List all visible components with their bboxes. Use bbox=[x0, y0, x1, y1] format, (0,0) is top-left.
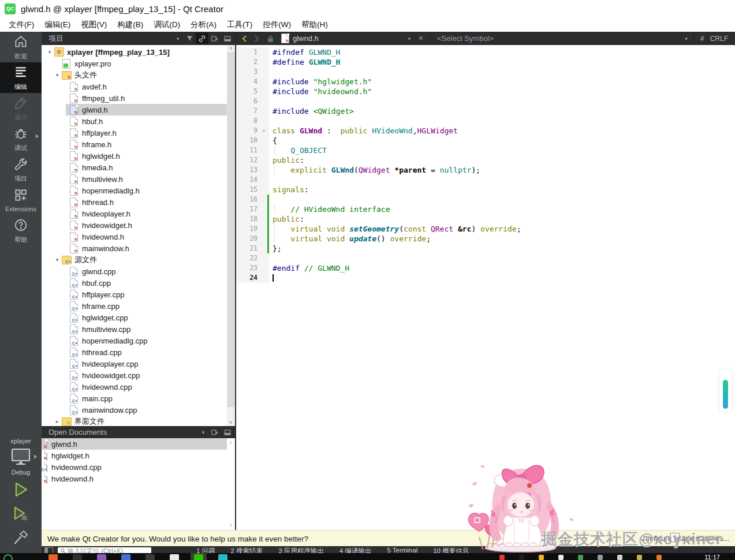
tree-expanded-icon[interactable]: ▾ bbox=[53, 257, 62, 263]
open-file-name[interactable]: glwnd.h bbox=[293, 34, 319, 43]
code-line[interactable]: 19 virtual void setGeometry(const QRect … bbox=[236, 224, 735, 234]
code-line[interactable]: 6 bbox=[236, 96, 735, 106]
taskbar-app-m-purple[interactable] bbox=[97, 554, 106, 560]
code-line[interactable]: 4#include "hglwidget.h" bbox=[236, 77, 735, 87]
tree-row[interactable]: C+hffplayer.cpp bbox=[42, 289, 227, 300]
scrollbar-thumb[interactable] bbox=[227, 53, 234, 407]
tree-row[interactable]: hhbuf.h bbox=[42, 115, 227, 127]
code-line[interactable]: 20 virtual void update() override; bbox=[236, 234, 735, 244]
tree-row[interactable]: hffmpeg_util.h bbox=[42, 92, 227, 104]
tree-row[interactable]: hhthread.h bbox=[42, 196, 227, 208]
menu-item-6[interactable]: 工具(T) bbox=[222, 18, 258, 32]
menu-item-5[interactable]: 分析(A) bbox=[185, 18, 222, 32]
tree-row[interactable]: C+hvideoplayer.cpp bbox=[42, 358, 227, 369]
tree-row[interactable]: hhvideownd.h bbox=[42, 231, 227, 242]
tray-icon-5[interactable] bbox=[598, 555, 603, 560]
menu-item-8[interactable]: 帮助(H) bbox=[296, 18, 333, 32]
code-line[interactable]: 14 bbox=[236, 175, 735, 185]
tree-row[interactable]: C+hvideowidget.cpp bbox=[42, 369, 227, 381]
tree-row[interactable]: hhopenmediadlg.h bbox=[42, 185, 227, 196]
kit-selector[interactable]: xplayer Debug bbox=[0, 438, 42, 481]
open-document-row[interactable]: C+hvideownd.cpp bbox=[42, 461, 227, 473]
code-line[interactable]: 17 // HVideoWnd interface bbox=[236, 204, 735, 214]
menu-item-4[interactable]: 调试(D) bbox=[148, 18, 185, 32]
code-line[interactable]: 11 Q_OBJECT bbox=[236, 145, 735, 155]
taskbar-app-dark[interactable] bbox=[145, 554, 155, 560]
panel-dropdown-icon[interactable]: ▾ bbox=[173, 36, 183, 42]
code-line[interactable]: 12public: bbox=[236, 155, 735, 165]
code-line[interactable]: 15signals: bbox=[236, 185, 735, 195]
tree-collapsed-icon[interactable]: ▸ bbox=[53, 419, 62, 424]
close-panel-icon[interactable] bbox=[221, 427, 234, 438]
code-line[interactable]: 24 bbox=[236, 273, 735, 283]
tray-icon-7[interactable] bbox=[637, 555, 642, 560]
code-line[interactable]: 21}; bbox=[236, 244, 735, 253]
open-document-row[interactable]: hglwnd.h bbox=[42, 438, 227, 450]
tray-icon-1[interactable] bbox=[519, 555, 524, 560]
fold-marker-icon[interactable]: ▾ bbox=[260, 126, 267, 136]
code-line[interactable]: 7#include <QWidget> bbox=[236, 106, 735, 116]
mode-flyout-arrow-icon[interactable] bbox=[36, 134, 39, 139]
code-line[interactable]: 13 explicit GLWnd(QWidget *parent = null… bbox=[236, 165, 735, 175]
split-panel-icon[interactable] bbox=[208, 427, 221, 438]
tree-row[interactable]: C+glwnd.cpp bbox=[42, 266, 227, 277]
tree-row[interactable]: hhvideoplayer.h bbox=[42, 208, 227, 219]
code-editor[interactable]: 1#ifndef GLWND_H2#define GLWND_H34#inclu… bbox=[236, 45, 735, 532]
scroll-down-icon[interactable]: ∨ bbox=[227, 522, 235, 529]
symbol-dropdown-icon[interactable]: ▾ bbox=[681, 36, 691, 42]
tree-row[interactable]: C+hopenmediadlg.cpp bbox=[42, 335, 227, 346]
tree-row[interactable]: C+hvideownd.cpp bbox=[42, 381, 227, 393]
menu-item-0[interactable]: 文件(F) bbox=[3, 18, 39, 32]
code-line[interactable]: 5#include "hvideownd.h" bbox=[236, 87, 735, 96]
debug-run-button[interactable] bbox=[13, 506, 29, 522]
tray-icon-2[interactable] bbox=[539, 555, 544, 560]
line-ending-selector[interactable]: CRLF bbox=[710, 35, 735, 43]
document-dropdown-icon[interactable]: ▾ bbox=[404, 36, 415, 42]
tree-row[interactable]: ▾h头文件 bbox=[42, 69, 227, 81]
annotation-toggle[interactable]: # bbox=[696, 34, 710, 43]
code-line[interactable]: 22 bbox=[236, 253, 735, 263]
run-button[interactable] bbox=[13, 481, 28, 498]
code-line[interactable]: 10{ bbox=[236, 136, 735, 145]
menu-item-7[interactable]: 控件(W) bbox=[258, 18, 296, 32]
forward-button[interactable] bbox=[254, 35, 260, 43]
tree-row[interactable]: hhframe.h bbox=[42, 139, 227, 150]
taskbar-app-m-blue[interactable] bbox=[121, 554, 130, 560]
taskbar-app-teal[interactable] bbox=[218, 554, 227, 560]
tree-expanded-icon[interactable]: ▾ bbox=[53, 72, 62, 78]
close-document-button[interactable]: ✕ bbox=[415, 35, 427, 42]
tray-icon-8[interactable] bbox=[656, 555, 662, 560]
link-with-editor-icon[interactable] bbox=[196, 33, 208, 44]
projects-panel-title[interactable]: 项目 bbox=[42, 33, 173, 44]
floating-widget[interactable] bbox=[719, 369, 732, 412]
tree-row[interactable]: hhmultiview.h bbox=[42, 173, 227, 185]
sidebar-mode-projects[interactable]: 项目 bbox=[0, 154, 42, 185]
code-line[interactable]: 1#ifndef GLWND_H bbox=[236, 47, 735, 57]
taskbar-app-white[interactable] bbox=[170, 554, 179, 560]
taskbar-start-icon[interactable] bbox=[3, 554, 13, 560]
tree-row[interactable]: xplayer.pro bbox=[42, 58, 227, 69]
tree-row[interactable]: ▸✎界面文件 bbox=[42, 416, 227, 427]
tree-row[interactable]: C+mainwindow.cpp bbox=[42, 404, 227, 416]
open-document-row[interactable]: hhvideownd.h bbox=[42, 473, 227, 484]
close-panel-icon[interactable] bbox=[221, 33, 234, 44]
sidebar-mode-help[interactable]: 帮助 bbox=[0, 215, 42, 246]
sidebar-mode-welcome[interactable]: 欢迎 bbox=[0, 32, 42, 62]
code-line[interactable]: 18public: bbox=[236, 214, 735, 224]
tree-row[interactable]: ▾⚙xplayer [ffmpeg_play_13_15] bbox=[42, 46, 227, 58]
tree-row[interactable]: C+main.cpp bbox=[42, 393, 227, 404]
tree-row[interactable]: hhffplayer.h bbox=[42, 127, 227, 139]
tree-row[interactable]: C+hmultiview.cpp bbox=[42, 323, 227, 335]
tree-row[interactable]: havdef.h bbox=[42, 81, 227, 92]
tree-row[interactable]: C+hthread.cpp bbox=[42, 346, 227, 358]
tree-row[interactable]: ▾C+源文件 bbox=[42, 254, 227, 266]
tree-row[interactable]: hglwnd.h bbox=[42, 104, 227, 115]
panel-dropdown-icon[interactable]: ▾ bbox=[198, 430, 208, 435]
open-documents-title[interactable]: Open Documents bbox=[42, 428, 198, 436]
kit-target-button[interactable] bbox=[10, 448, 32, 466]
open-document-row[interactable]: hhglwidget.h bbox=[42, 450, 227, 461]
tray-icon-0[interactable] bbox=[499, 555, 505, 560]
scroll-up-icon[interactable]: ∧ bbox=[227, 45, 235, 52]
scroll-up-icon[interactable]: ∧ bbox=[227, 439, 235, 446]
tree-row[interactable]: hhglwidget.h bbox=[42, 150, 227, 162]
